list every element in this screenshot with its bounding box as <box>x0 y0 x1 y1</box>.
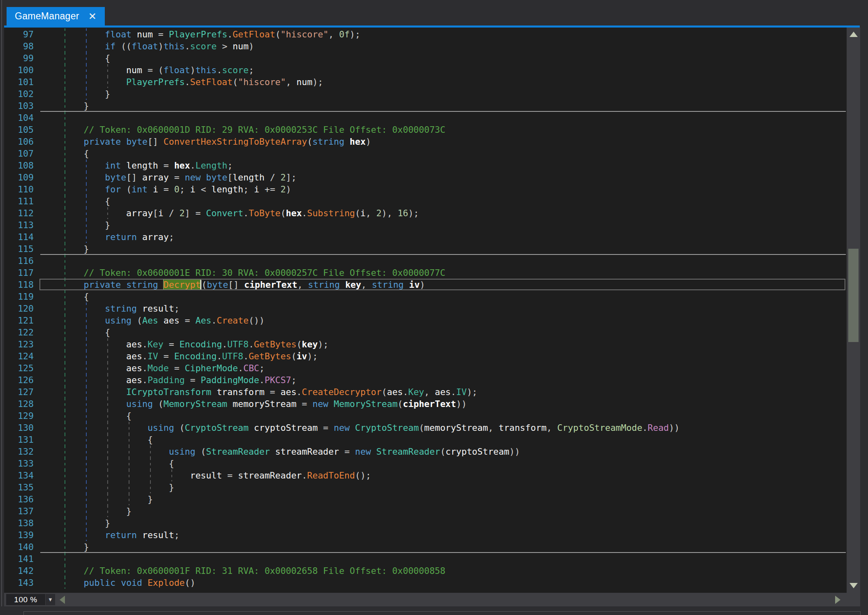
indent-guide <box>86 422 87 434</box>
code-line[interactable]: 111 { <box>4 195 847 207</box>
line-number: 117 <box>4 267 38 279</box>
indent-guide <box>86 40 87 52</box>
indent-guide <box>86 481 87 493</box>
indent-guide <box>107 362 108 374</box>
code-line[interactable]: 113 } <box>4 219 847 231</box>
code-line[interactable]: 98 if ((float)this.score > num) <box>4 40 847 52</box>
code-line[interactable]: 143 public void Explode() <box>4 577 847 589</box>
code-line[interactable]: 115 } <box>4 243 847 255</box>
scrollbar-left-icon[interactable] <box>60 596 65 604</box>
code-line[interactable]: 114 return array; <box>4 231 847 243</box>
indent-guide <box>129 422 129 434</box>
indent-guide <box>86 374 87 386</box>
code-text: array[i / 2] = Convert.ToByte(hex.Substr… <box>38 208 419 218</box>
code-line[interactable]: 104 <box>4 112 847 124</box>
code-line[interactable]: 128 using (MemoryStream memoryStream = n… <box>4 398 847 410</box>
code-text: } <box>38 101 89 111</box>
code-line[interactable]: 130 using (CryptoStream cryptoStream = n… <box>4 422 847 434</box>
code-text: using (CryptoStream cryptoStream = new C… <box>38 423 679 433</box>
code-line[interactable]: 142 // Token: 0x0600001F RID: 31 RVA: 0x… <box>4 565 847 577</box>
code-line[interactable]: 97 float num = PlayerPrefs.GetFloat("his… <box>4 28 847 40</box>
code-line[interactable]: 123 aes.Key = Encoding.UTF8.GetBytes(key… <box>4 338 847 350</box>
code-line[interactable]: 131 { <box>4 434 847 446</box>
code-line[interactable]: 112 array[i / 2] = Convert.ToByte(hex.Su… <box>4 207 847 219</box>
indent-guide <box>65 231 65 243</box>
indent-guide <box>86 458 87 469</box>
scrollbar-right-icon[interactable] <box>835 596 840 604</box>
line-number: 120 <box>4 303 38 314</box>
indent-guide <box>86 446 87 458</box>
vertical-scrollbar[interactable] <box>847 28 860 593</box>
code-text: { <box>38 458 174 469</box>
code-line[interactable]: 127 ICryptoTransform transform = aes.Cre… <box>4 386 847 398</box>
code-line[interactable]: 110 for (int i = 0; i < length; i += 2) <box>4 183 847 195</box>
code-line[interactable]: 118 private string Decrypt(byte[] cipher… <box>4 279 847 291</box>
horizontal-scrollbar[interactable]: 100 % ▼ <box>4 593 860 606</box>
code-line[interactable]: 124 aes.IV = Encoding.UTF8.GetBytes(iv); <box>4 350 847 362</box>
line-number: 113 <box>4 219 38 231</box>
code-line[interactable]: 117 // Token: 0x0600001E RID: 30 RVA: 0x… <box>4 267 847 279</box>
code-text: // Token: 0x0600001D RID: 29 RVA: 0x0000… <box>38 125 446 135</box>
code-line[interactable]: 138 } <box>4 517 847 529</box>
code-line[interactable]: 109 byte[] array = new byte[length / 2]; <box>4 171 847 183</box>
line-number: 119 <box>4 291 38 303</box>
indent-guide <box>65 267 65 279</box>
code-line[interactable]: 102 } <box>4 88 847 100</box>
code-line[interactable]: 101 PlayerPrefs.SetFloat("hiscore", num)… <box>4 76 847 88</box>
code-text: aes.IV = Encoding.UTF8.GetBytes(iv); <box>38 351 318 361</box>
code-line[interactable]: 129 { <box>4 410 847 422</box>
code-line[interactable]: 140 } <box>4 541 847 553</box>
code-line[interactable]: 121 using (Aes aes = Aes.Create()) <box>4 314 847 326</box>
code-line[interactable]: 126 aes.Padding = PaddingMode.PKCS7; <box>4 374 847 386</box>
line-number: 140 <box>4 541 38 553</box>
indent-guide <box>107 469 108 481</box>
indent-guide <box>86 64 87 76</box>
tab-title: GameManager <box>15 11 79 22</box>
tab-close-icon[interactable]: ✕ <box>88 12 97 21</box>
code-line[interactable]: 119 { <box>4 291 847 303</box>
scrollbar-down-icon[interactable] <box>850 583 858 588</box>
indent-guide <box>107 434 108 446</box>
indent-guide <box>86 493 87 505</box>
line-number: 127 <box>4 386 38 398</box>
indent-guide <box>65 386 65 398</box>
line-number: 135 <box>4 481 38 493</box>
tab-gamemanager[interactable]: GameManager ✕ <box>7 7 105 25</box>
code-line[interactable]: 139 return result; <box>4 529 847 541</box>
code-line[interactable]: 99 { <box>4 52 847 64</box>
zoom-level-value[interactable]: 100 % <box>6 594 46 606</box>
code-line[interactable]: 136 } <box>4 493 847 505</box>
code-line[interactable]: 100 num = (float)this.score; <box>4 64 847 76</box>
zoom-control[interactable]: 100 % ▼ <box>6 594 55 606</box>
code-text: return result; <box>38 530 180 540</box>
code-line[interactable]: 116 <box>4 255 847 267</box>
indent-guide <box>65 291 65 303</box>
bottom-strip <box>0 606 868 615</box>
code-line[interactable]: 132 using (StreamReader streamReader = n… <box>4 446 847 458</box>
indent-guide <box>65 76 65 88</box>
code-text: aes.Mode = CipherMode.CBC; <box>38 363 265 373</box>
indent-guide <box>65 219 65 231</box>
code-line[interactable]: 120 string result; <box>4 303 847 314</box>
vertical-scrollbar-thumb[interactable] <box>848 249 859 342</box>
code-line[interactable]: 137 } <box>4 505 847 517</box>
code-line[interactable]: 133 { <box>4 458 847 469</box>
line-number: 104 <box>4 112 38 124</box>
code-line[interactable]: 134 result = streamReader.ReadToEnd(); <box>4 469 847 481</box>
code-line[interactable]: 105 // Token: 0x0600001D RID: 29 RVA: 0x… <box>4 124 847 136</box>
code-line[interactable]: 103 } <box>4 100 847 112</box>
indent-guide <box>65 124 65 136</box>
code-text: { <box>38 148 89 159</box>
code-line[interactable]: 122 { <box>4 326 847 338</box>
scrollbar-up-icon[interactable] <box>850 32 858 37</box>
code-editor[interactable]: 97 float num = PlayerPrefs.GetFloat("his… <box>4 28 847 593</box>
code-line[interactable]: 108 int length = hex.Length; <box>4 160 847 171</box>
code-text: using (MemoryStream memoryStream = new M… <box>38 399 467 409</box>
zoom-dropdown-button[interactable]: ▼ <box>46 594 55 606</box>
code-line[interactable]: 107 { <box>4 148 847 160</box>
code-line[interactable]: 141 <box>4 553 847 565</box>
code-line[interactable]: 106 private byte[] ConvertHexStringToByt… <box>4 136 847 148</box>
indent-guide <box>107 446 108 458</box>
code-line[interactable]: 135 } <box>4 481 847 493</box>
code-line[interactable]: 125 aes.Mode = CipherMode.CBC; <box>4 362 847 374</box>
